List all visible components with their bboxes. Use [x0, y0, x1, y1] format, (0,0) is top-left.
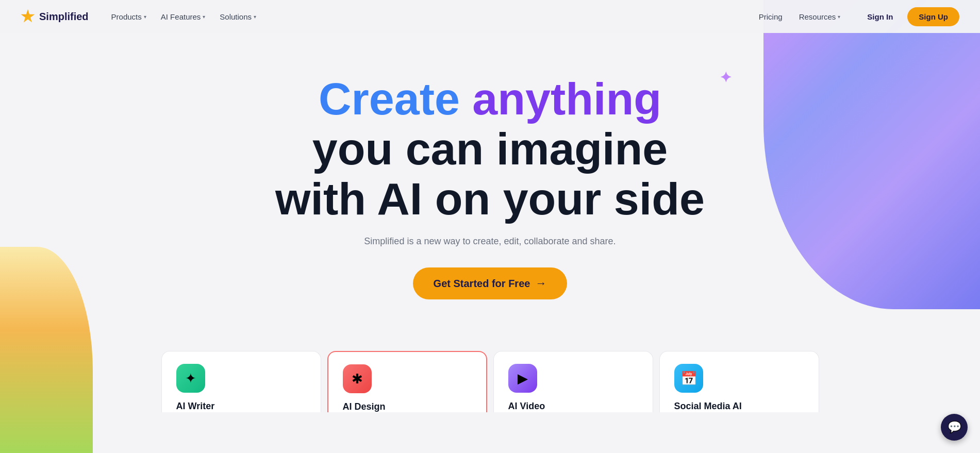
nav-item-products[interactable]: Products ▾ [105, 8, 153, 25]
product-card-social[interactable]: 📅 Social Media AI [659, 351, 819, 412]
arrow-icon: → [535, 277, 546, 290]
hero-section: Create anything ✦ you can imagine with A… [0, 33, 980, 330]
nav-actions: Sign In Sign Up [859, 7, 959, 26]
product-card-video[interactable]: ▶ AI Video [493, 351, 653, 412]
chevron-down-icon: ▾ [203, 14, 205, 20]
logo-text: Simplified [39, 11, 89, 23]
logo-icon [21, 9, 35, 24]
nav-links: Products ▾ AI Features ▾ Solutions ▾ [105, 8, 262, 25]
hero-line3: with AI on your side [275, 174, 705, 224]
hero-subtitle: Simplified is a new way to create, edit,… [364, 236, 616, 247]
chevron-down-icon: ▾ [838, 14, 840, 20]
ai-video-label: AI Video [508, 401, 638, 412]
hero-cta: Get Started for Free → [413, 267, 568, 299]
social-media-label: Social Media AI [674, 401, 804, 412]
hero-line1: Create anything ✦ [275, 74, 705, 124]
ai-writer-icon: ✦ [176, 364, 205, 393]
chevron-down-icon: ▾ [144, 14, 146, 20]
chevron-down-icon: ▾ [254, 14, 256, 20]
ai-design-label: AI Design [343, 401, 472, 412]
nav-left: Simplified Products ▾ AI Features ▾ Solu… [21, 8, 262, 25]
product-cards: ✦ AI Writer ✱ AI Design ▶ AI Video 📅 Soc… [0, 351, 980, 412]
hero-create: Create [319, 73, 472, 124]
nav-item-solutions[interactable]: Solutions ▾ [213, 8, 262, 25]
nav-right-links: Pricing Resources ▾ [753, 8, 847, 25]
product-card-design[interactable]: ✱ AI Design [327, 351, 487, 412]
get-started-button[interactable]: Get Started for Free → [413, 267, 568, 299]
hero-line2: you can imagine [275, 124, 705, 174]
sparkle-icon: ✦ [720, 70, 732, 86]
hero-anything: anything [472, 73, 661, 124]
chat-bubble[interactable]: 💬 [941, 414, 968, 441]
chat-icon: 💬 [948, 421, 961, 434]
sign-in-button[interactable]: Sign In [859, 8, 901, 25]
nav-right: Pricing Resources ▾ Sign In Sign Up [753, 7, 959, 26]
social-media-icon: 📅 [674, 364, 703, 393]
ai-writer-label: AI Writer [176, 401, 306, 412]
ai-video-icon: ▶ [508, 364, 537, 393]
logo[interactable]: Simplified [21, 9, 89, 24]
nav-item-ai-features[interactable]: AI Features ▾ [155, 8, 212, 25]
navbar: Simplified Products ▾ AI Features ▾ Solu… [0, 0, 980, 33]
ai-design-icon: ✱ [343, 364, 372, 393]
hero-title: Create anything ✦ you can imagine with A… [275, 74, 705, 224]
sign-up-button[interactable]: Sign Up [907, 7, 959, 26]
nav-link-pricing[interactable]: Pricing [753, 8, 789, 25]
nav-item-resources[interactable]: Resources ▾ [793, 8, 847, 25]
product-card-writer[interactable]: ✦ AI Writer [161, 351, 321, 412]
